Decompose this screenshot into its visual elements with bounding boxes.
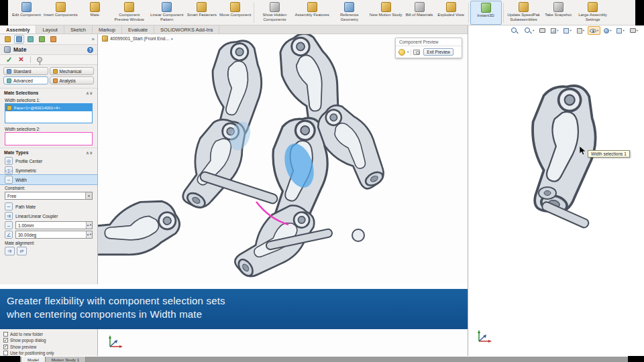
tab-assembly[interactable]: Assembly: [0, 25, 36, 34]
distance-input[interactable]: 1.00mm ▲▼: [15, 221, 93, 229]
width-selections-2-listbox[interactable]: [5, 132, 93, 145]
ribbon-button-edit-component[interactable]: Edit Component: [11, 1, 42, 25]
exit-preview-button[interactable]: Exit Preview: [423, 48, 453, 56]
chevron-down-icon[interactable]: ▾: [597, 29, 598, 32]
ribbon-button-update-speedpak[interactable]: Update SpeedPak Subassemblies: [505, 1, 543, 25]
camera-icon[interactable]: [413, 50, 420, 55]
model-tab[interactable]: Model: [21, 357, 46, 362]
mate-type-linear-coupler[interactable]: ⇉ Linear/Linear Coupler: [0, 211, 97, 221]
chevron-down-icon[interactable]: ▾: [623, 29, 624, 32]
selected-face-item[interactable]: Face<1>@60214001<4>: [5, 104, 92, 111]
document-tab[interactable]: 40099001_Start (Front End... ▾: [102, 36, 173, 42]
option-use-for-positioning-only[interactable]: Use for positioning only: [3, 351, 94, 355]
spinner-arrows[interactable]: ▲▼: [86, 231, 92, 238]
displaymanager-tab-icon[interactable]: [48, 35, 58, 44]
width-selections-1-listbox[interactable]: Face<1>@60214001<4>: [5, 103, 93, 123]
mate-type-symmetric[interactable]: ◁▷ Symmetric: [0, 166, 97, 175]
mate-type-path-mate[interactable]: ∼ Path Mate: [0, 202, 97, 211]
ribbon-button-move-component[interactable]: Move Component: [218, 1, 252, 25]
chevron-down-icon[interactable]: ▾: [407, 50, 409, 54]
chevron-down-icon[interactable]: ▾: [637, 29, 638, 32]
preview-component-icon[interactable]: [398, 49, 405, 56]
zoom-to-area-icon[interactable]: ▾: [522, 26, 536, 35]
chevron-down-icon[interactable]: ▾: [85, 192, 92, 199]
aligned-icon[interactable]: ⇉: [5, 247, 15, 255]
tab-label: Standard: [13, 69, 31, 74]
zoom-to-fit-icon[interactable]: [508, 26, 521, 35]
propertymanager-tab-icon[interactable]: [14, 35, 24, 44]
ribbon-button-component-preview-window[interactable]: Component Preview Window: [111, 1, 148, 25]
motion-study-tab[interactable]: Motion Study 1: [46, 357, 86, 362]
dimxpertmanager-tab-icon[interactable]: [37, 35, 47, 44]
featuremanager-tab-icon[interactable]: [3, 35, 13, 44]
keep-visible-pin-icon[interactable]: [37, 57, 42, 62]
tab-sketch[interactable]: Sketch: [64, 25, 93, 34]
chevron-down-icon[interactable]: ▾: [533, 29, 534, 32]
tab-evaluate[interactable]: Evaluate: [122, 25, 154, 34]
option-add-to-new-folder[interactable]: Add to new folder: [3, 332, 94, 337]
mate-type-label: Linear/Linear Coupler: [15, 214, 58, 219]
chevron-down-icon[interactable]: ▾: [610, 29, 611, 32]
mate-type-width[interactable]: ⇔ Width: [0, 175, 97, 184]
collapse-icon[interactable]: ∧∨: [86, 90, 93, 95]
checkbox[interactable]: ✓: [3, 345, 8, 349]
spinner-arrows[interactable]: ▲▼: [86, 222, 92, 229]
cancel-button[interactable]: ✕: [18, 56, 23, 63]
ribbon-button-smart-fasteners[interactable]: Smart Fasteners: [186, 1, 218, 25]
displaymanager-glyph: [50, 36, 56, 42]
ribbon-button-insert-components[interactable]: Insert Components: [42, 1, 79, 25]
collapse-icon[interactable]: ∧∨: [86, 150, 93, 155]
ribbon-button-instant3d[interactable]: Instant3D: [470, 1, 502, 25]
ribbon-button-show-hidden-components[interactable]: Show Hidden Components: [256, 1, 293, 25]
advanced-mates-icon: [7, 78, 11, 83]
ribbon-button-reference-geometry[interactable]: Reference Geometry: [331, 1, 368, 25]
component-preview-pane[interactable]: ▾ ▾ ▾ ▾ ▾ ▾ ▾ ▾ Width selections 1: [468, 25, 644, 356]
assembly-features-icon: [307, 2, 317, 12]
checkbox[interactable]: [3, 351, 8, 355]
tab-standard-mates[interactable]: Standard: [3, 67, 48, 75]
checkbox[interactable]: ✓: [3, 338, 8, 343]
view-settings-icon[interactable]: ▾: [628, 26, 640, 35]
chevron-down-icon[interactable]: ▾: [583, 29, 584, 32]
flyout-expand-icon[interactable]: »: [92, 36, 95, 42]
ribbon-button-large-assembly-settings[interactable]: Large Assembly Settings: [574, 1, 612, 25]
ribbon-button-exploded-view[interactable]: Exploded View: [435, 1, 467, 25]
display-style-icon[interactable]: ▾: [575, 26, 586, 35]
option-show-popup-dialog[interactable]: ✓Show popup dialog: [3, 338, 94, 343]
apply-scene-icon[interactable]: ▾: [614, 26, 626, 35]
edit-appearance-icon[interactable]: ▾: [602, 26, 613, 35]
constraint-dropdown[interactable]: Free ▾: [5, 192, 93, 200]
ribbon-button-bill-of-materials[interactable]: Bill of Materials: [404, 1, 435, 25]
tab-solidworks-add-ins[interactable]: SOLIDWORKS Add-Ins: [154, 25, 219, 34]
tab-markup[interactable]: Markup: [93, 25, 122, 34]
chevron-down-icon[interactable]: ▾: [557, 29, 558, 32]
tab-label: Evaluate: [128, 27, 148, 33]
tab-layout[interactable]: Layout: [36, 25, 64, 34]
mate-types-header[interactable]: Mate Types ∧∨: [0, 147, 97, 156]
tab-advanced-mates[interactable]: Advanced: [3, 76, 48, 84]
configurationmanager-tab-icon[interactable]: [25, 35, 36, 44]
chevron-down-icon[interactable]: ▾: [171, 37, 173, 41]
tab-analysis-mates[interactable]: Analysis: [50, 76, 95, 84]
view-orientation-icon[interactable]: ▾: [561, 26, 573, 35]
angle-input[interactable]: 30.00deg ▲▼: [15, 231, 93, 239]
previous-view-icon[interactable]: [537, 26, 547, 35]
mate-type-profile-center[interactable]: ◎ Profile Center: [0, 156, 97, 166]
hide-show-items-icon[interactable]: ▾: [588, 26, 600, 35]
ok-button[interactable]: ✓: [6, 56, 12, 64]
tab-mechanical-mates[interactable]: Mechanical: [50, 67, 95, 75]
ribbon-button-linear-component-pattern[interactable]: Linear Component Pattern: [148, 1, 186, 25]
ribbon-button-assembly-features[interactable]: Assembly Features: [293, 1, 330, 25]
ribbon-button-take-snapshot[interactable]: Take Snapshot: [543, 1, 574, 25]
anti-aligned-icon[interactable]: ⇄: [17, 247, 27, 255]
checkbox[interactable]: [3, 332, 8, 337]
section-view-icon[interactable]: ▾: [549, 26, 560, 35]
help-icon[interactable]: ?: [87, 47, 93, 53]
chevron-down-icon[interactable]: ▾: [570, 29, 571, 32]
ribbon-button-new-motion-study[interactable]: New Motion Study: [368, 1, 404, 25]
ribbon-button-mate[interactable]: Mate: [79, 1, 111, 25]
option-show-preview[interactable]: ✓Show preview: [3, 345, 94, 349]
feature-banner: Greater flexibility with component selec…: [0, 284, 468, 329]
preview-component-model[interactable]: [468, 35, 644, 343]
mate-selections-header[interactable]: Mate Selections ∧∨: [0, 88, 97, 97]
